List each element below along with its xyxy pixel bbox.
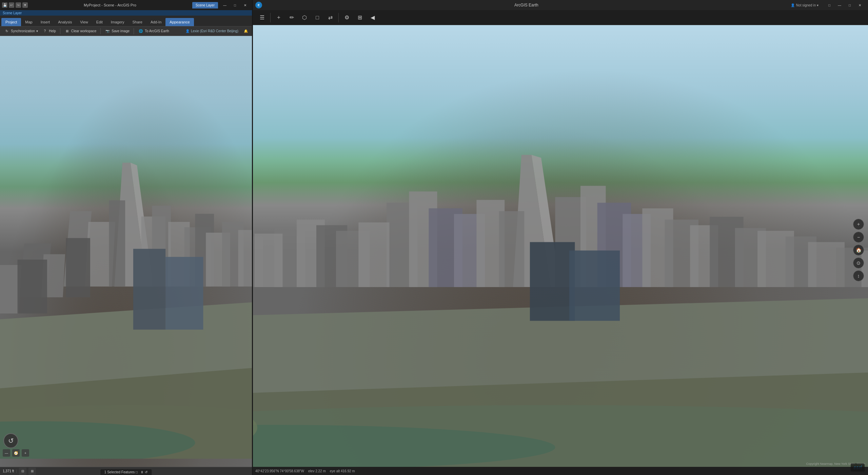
svg-rect-57: [499, 211, 525, 287]
sync-label: Synchronization: [11, 29, 35, 33]
close-button[interactable]: ✕: [240, 2, 250, 8]
tab-view[interactable]: View: [76, 18, 92, 26]
earth-close-btn[interactable]: ✕: [855, 2, 865, 8]
to-arcgis-earth-button[interactable]: 🌐 To ArcGIS Earth: [137, 28, 171, 35]
save-icon[interactable]: 💾: [2, 2, 7, 8]
add-layer-button[interactable]: ＋: [273, 12, 285, 24]
clear-label: Clear workspace: [71, 29, 96, 33]
earth-sidenav: ＋ − 🏠 ⊙ ↕: [853, 219, 864, 281]
earth-app-title: ArcGIS Earth: [265, 3, 788, 7]
save-image-button[interactable]: 📷 Save image: [103, 28, 131, 35]
tab-edit[interactable]: Edit: [92, 18, 107, 26]
sync-icon: ↻: [4, 28, 9, 34]
help-button[interactable]: ? Help: [41, 28, 57, 35]
user-icon-earth: 👤: [791, 3, 795, 7]
user-account[interactable]: 👤 Lexie (Esri R&D Center Beijing): [184, 28, 240, 34]
svg-rect-73: [569, 250, 620, 321]
tab-share[interactable]: Share: [129, 18, 146, 26]
navigation-controls: — 🧭 +: [3, 449, 29, 457]
tab-insert[interactable]: Insert: [37, 18, 54, 26]
svg-rect-24: [133, 249, 165, 329]
pro-status-bar: 1,371 ft | ⊟ ⊞ 1 Selected Features □ ⏸ ↺: [0, 467, 252, 475]
bookmark-button[interactable]: □: [311, 12, 323, 24]
redo-icon[interactable]: ↪: [16, 2, 21, 8]
earth-expand-btn[interactable]: □: [825, 2, 834, 8]
svg-rect-6: [109, 200, 125, 286]
separator-1: [60, 28, 60, 34]
compass-button[interactable]: 🧭: [12, 449, 20, 457]
selected-features-bar: 1 Selected Features □ ⏸ ↺: [100, 469, 152, 475]
earth-toolbar: ☰ ＋ ✏ ⬡ □ ⇄ ⚙ ⊞ ◀: [252, 10, 868, 25]
lat-lon-text: 40°42'23.956"N 74°00'58.638"W: [255, 469, 304, 473]
window-controls[interactable]: — □ ✕: [220, 2, 250, 8]
svg-rect-20: [66, 238, 90, 297]
clear-icon: ⊠: [64, 28, 70, 34]
svg-rect-14: [238, 230, 252, 286]
draw-button[interactable]: ✏: [285, 12, 298, 24]
synchronization-button[interactable]: ↻ Synchronization ▾: [3, 28, 39, 35]
menu-button[interactable]: ☰: [256, 12, 268, 24]
svg-rect-72: [530, 242, 575, 321]
clear-workspace-button[interactable]: ⊠ Clear workspace: [63, 28, 98, 35]
zoom-in-button[interactable]: +: [22, 449, 29, 457]
tab-addin[interactable]: Add-In: [146, 18, 165, 26]
selected-features-text: 1 Selected Features □: [104, 470, 138, 474]
earth-window-controls[interactable]: □ — □ ✕: [825, 2, 865, 8]
app-title: MyProject - Scene - ArcGIS Pro: [30, 3, 190, 7]
contextual-tab-group-label: Scene Layer: [3, 11, 22, 15]
tool-separator-1: [270, 13, 271, 22]
tab-appearance[interactable]: Appearance: [165, 18, 194, 26]
arcgis-pro-titlebar: 💾 ↩ ↪ ▼ MyProject - Scene - ArcGIS Pro S…: [0, 0, 252, 10]
scale-text: 1,371 ft: [3, 469, 14, 473]
user-account-earth[interactable]: 👤 Not signed in ▾: [791, 3, 818, 7]
grid-button[interactable]: ⊞: [354, 12, 366, 24]
sync-dropdown[interactable]: ▾: [36, 29, 38, 33]
separator-3: [134, 28, 134, 34]
maximize-button[interactable]: □: [230, 2, 240, 8]
minimize-button[interactable]: —: [220, 2, 230, 8]
play-pause-controls[interactable]: ⏸ ↺: [140, 470, 147, 474]
city-buildings-right: [252, 130, 868, 467]
zoom-out-button[interactable]: —: [3, 449, 10, 457]
pause-icon[interactable]: ⏸: [140, 470, 144, 474]
undo-icon[interactable]: ↩: [9, 2, 14, 8]
sync-group: ↻ Synchronization ▾ ? Help: [3, 28, 57, 35]
earth-restore-btn[interactable]: □: [845, 2, 854, 8]
to-earth-label: To ArcGIS Earth: [145, 29, 169, 33]
save-image-icon: 📷: [105, 28, 110, 34]
tab-map[interactable]: Map: [21, 18, 36, 26]
earth-home-button[interactable]: 🏠: [853, 245, 864, 255]
earth-compass-button[interactable]: ⊙: [853, 258, 864, 268]
refresh-icon[interactable]: ↺: [145, 470, 147, 474]
status-nav-1[interactable]: ⊟: [19, 468, 26, 475]
earth-zoom-out-button[interactable]: −: [853, 232, 864, 243]
options-icon[interactable]: ▼: [22, 2, 28, 8]
arcgis-earth-titlebar: E ArcGIS Earth 👤 Not signed in ▾ □ — □ ✕: [252, 0, 868, 10]
not-signed-in-label: Not signed in ▾: [796, 3, 818, 7]
coordinates-bar: 40°42'23.956"N 74°00'58.638"W elev 2.22 …: [252, 467, 868, 475]
elevation-text: elev 2.22 m: [308, 469, 326, 473]
reset-navigation-button[interactable]: ↺: [3, 433, 18, 448]
help-icon: ?: [42, 28, 47, 34]
share-button[interactable]: ⇄: [324, 12, 336, 24]
earth-zoom-in-button[interactable]: ＋: [853, 219, 864, 230]
eye-alt-text: eye alt 416.92 m: [330, 469, 355, 473]
notification-button[interactable]: 🔔: [242, 28, 249, 34]
tab-project[interactable]: Project: [1, 18, 21, 26]
earth-minimize-btn[interactable]: —: [835, 2, 844, 8]
help-label: Help: [49, 29, 56, 33]
arcgis-earth-map-view[interactable]: ＋ − 🏠 ⊙ ↕ Copyright Nearmap, New York St…: [252, 25, 868, 475]
earth-app-logo: E: [255, 2, 262, 8]
arcgis-pro-map-view[interactable]: ↺ — 🧭 +: [0, 36, 252, 467]
tab-analysis[interactable]: Analysis: [54, 18, 76, 26]
status-nav-2[interactable]: ⊞: [28, 468, 36, 475]
quick-access-toolbar[interactable]: 💾 ↩ ↪ ▼: [2, 2, 28, 8]
collapse-panel-button[interactable]: ◀: [367, 12, 379, 24]
svg-rect-23: [18, 260, 47, 314]
scene-layer-contextual-tab-header[interactable]: Scene Layer: [192, 2, 218, 8]
tab-imagery[interactable]: Imagery: [107, 18, 129, 26]
measure-button[interactable]: ⬡: [298, 12, 311, 24]
earth-tilt-button[interactable]: ↕: [853, 270, 864, 281]
tool-separator-2: [338, 13, 339, 22]
settings-button[interactable]: ⚙: [341, 12, 353, 24]
